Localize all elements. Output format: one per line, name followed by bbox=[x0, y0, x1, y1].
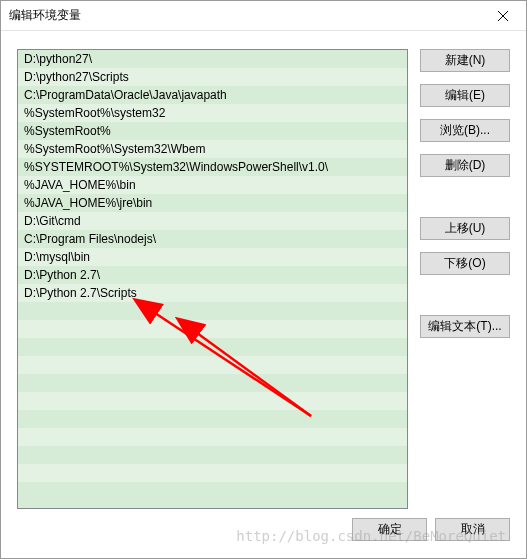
edit-button[interactable]: 编辑(E) bbox=[420, 84, 510, 107]
content-area: D:\python27\D:\python27\ScriptsC:\Progra… bbox=[1, 31, 526, 509]
move-up-button[interactable]: 上移(U) bbox=[420, 217, 510, 240]
side-button-panel: 新建(N) 编辑(E) 浏览(B)... 删除(D) 上移(U) 下移(O) 编… bbox=[420, 49, 510, 509]
path-row[interactable] bbox=[18, 338, 407, 356]
path-row[interactable]: C:\Program Files\nodejs\ bbox=[18, 230, 407, 248]
path-row[interactable]: %SYSTEMROOT%\System32\WindowsPowerShell\… bbox=[18, 158, 407, 176]
path-row[interactable] bbox=[18, 464, 407, 482]
path-row[interactable]: D:\Python 2.7\Scripts bbox=[18, 284, 407, 302]
path-row[interactable]: D:\python27\Scripts bbox=[18, 68, 407, 86]
new-button[interactable]: 新建(N) bbox=[420, 49, 510, 72]
path-row[interactable]: %JAVA_HOME%\bin bbox=[18, 176, 407, 194]
path-row[interactable] bbox=[18, 302, 407, 320]
path-row[interactable] bbox=[18, 320, 407, 338]
path-row[interactable] bbox=[18, 392, 407, 410]
titlebar: 编辑环境变量 bbox=[1, 1, 526, 31]
path-row[interactable]: %SystemRoot% bbox=[18, 122, 407, 140]
dialog-window: 编辑环境变量 D:\python27\D:\python27\ScriptsC:… bbox=[0, 0, 527, 559]
cancel-button[interactable]: 取消 bbox=[435, 518, 510, 541]
edit-text-button[interactable]: 编辑文本(T)... bbox=[420, 315, 510, 338]
path-row[interactable]: %JAVA_HOME%\jre\bin bbox=[18, 194, 407, 212]
path-row[interactable]: D:\Python 2.7\ bbox=[18, 266, 407, 284]
close-icon bbox=[498, 11, 508, 21]
move-down-button[interactable]: 下移(O) bbox=[420, 252, 510, 275]
path-listbox[interactable]: D:\python27\D:\python27\ScriptsC:\Progra… bbox=[17, 49, 408, 509]
path-row[interactable] bbox=[18, 410, 407, 428]
path-row[interactable]: %SystemRoot%\System32\Wbem bbox=[18, 140, 407, 158]
path-row[interactable] bbox=[18, 356, 407, 374]
path-row[interactable]: D:\python27\ bbox=[18, 50, 407, 68]
browse-button[interactable]: 浏览(B)... bbox=[420, 119, 510, 142]
path-row[interactable]: %SystemRoot%\system32 bbox=[18, 104, 407, 122]
path-row[interactable] bbox=[18, 374, 407, 392]
path-row[interactable]: D:\Git\cmd bbox=[18, 212, 407, 230]
path-row[interactable]: C:\ProgramData\Oracle\Java\javapath bbox=[18, 86, 407, 104]
bottom-button-bar: 确定 取消 bbox=[1, 509, 526, 549]
close-button[interactable] bbox=[488, 4, 518, 28]
ok-button[interactable]: 确定 bbox=[352, 518, 427, 541]
delete-button[interactable]: 删除(D) bbox=[420, 154, 510, 177]
path-row[interactable]: D:\mysql\bin bbox=[18, 248, 407, 266]
path-row[interactable] bbox=[18, 446, 407, 464]
path-row[interactable] bbox=[18, 482, 407, 500]
path-row[interactable] bbox=[18, 428, 407, 446]
window-title: 编辑环境变量 bbox=[9, 7, 81, 24]
